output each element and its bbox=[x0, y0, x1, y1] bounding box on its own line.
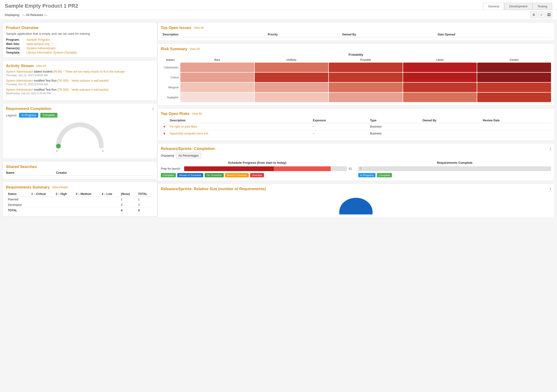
field-value-website[interactable]: www.tempuri.org bbox=[26, 42, 49, 46]
field-value-template[interactable]: Library Information System (Sample) bbox=[26, 51, 77, 54]
field-program: Program: Sample Program bbox=[6, 38, 154, 41]
table-row: TOTAL 4 4 bbox=[6, 208, 154, 213]
schedule-bar-dark-1 bbox=[184, 166, 274, 171]
releases-completion-card: Releases/Sprints: Completion ℹ Displayin… bbox=[157, 143, 555, 181]
left-col: Product Overview Sample application that… bbox=[2, 22, 157, 218]
table-row: ▼ Spaceship computer turns evil – Busine… bbox=[161, 130, 551, 137]
badge-overdue: Overdue bbox=[250, 173, 264, 177]
product-fields: Program: Sample Program Web Site: www.te… bbox=[6, 38, 154, 54]
risk-cell-neg-likely bbox=[403, 93, 477, 102]
issues-view-all-link[interactable]: View All bbox=[194, 26, 204, 30]
field-label-owners: Owner(s): bbox=[6, 46, 25, 50]
activity-stream-card: Activity Stream View All System Administ… bbox=[2, 60, 157, 101]
add-icon-btn[interactable]: + bbox=[538, 11, 545, 18]
col-status: Status bbox=[6, 191, 29, 197]
tab-testing[interactable]: Testing bbox=[532, 3, 552, 10]
risk-view-all-link[interactable]: View All bbox=[190, 47, 200, 51]
activity-user-3[interactable]: System Administrator bbox=[6, 88, 33, 91]
shared-searches-title: Shared Searches bbox=[6, 165, 154, 169]
schedule-legend-badges: Complete Ahead of Schedule On Schedule B… bbox=[161, 173, 353, 177]
col-high: 2 – High bbox=[54, 191, 74, 197]
risk-desc-2: Spaceship computer turns evil bbox=[168, 130, 311, 137]
rel-size-info-icon[interactable]: ℹ bbox=[550, 187, 551, 191]
activity-line-2: System Administrator modified Test Run [… bbox=[6, 79, 154, 82]
risk-cell-marg-likely bbox=[403, 83, 477, 92]
view-details-link[interactable]: View Details bbox=[52, 186, 68, 189]
in-progress-badge: In Progress bbox=[19, 113, 38, 118]
table-row: ▼ Fly right on past Mars – Business bbox=[161, 123, 551, 130]
schedule-label-1: Prep for launch bbox=[161, 167, 182, 170]
activity-view-all-link[interactable]: View All bbox=[36, 64, 46, 68]
risks-col-type: Type bbox=[368, 118, 420, 123]
displaying-row: Displaying: --- All Releases --- bbox=[5, 13, 47, 17]
rel-size-chart bbox=[161, 193, 551, 215]
schedule-val-1: 81 bbox=[349, 167, 353, 170]
product-title: Product Overview bbox=[6, 26, 154, 30]
risks-col-review: Review Date bbox=[481, 118, 551, 123]
risk-exposure-2: – bbox=[311, 130, 368, 137]
rel-completion-info-icon[interactable]: ℹ bbox=[550, 147, 551, 151]
req-completion-info-icon[interactable]: ℹ bbox=[153, 107, 154, 111]
gauge-container: 0 4 bbox=[6, 120, 154, 155]
field-value-program[interactable]: Sample Program bbox=[26, 38, 50, 41]
risk-type-2: Business bbox=[368, 130, 420, 137]
risk-cell-crit-rare bbox=[180, 72, 254, 82]
risk-cell-crit-likely bbox=[403, 72, 477, 82]
gauge-svg bbox=[56, 122, 104, 149]
shared-searches-header: Name Creator bbox=[6, 171, 154, 176]
row-developed-status: Developed bbox=[6, 202, 29, 208]
rel-completion-title-row: Releases/Sprints: Completion ℹ bbox=[161, 147, 551, 151]
risk-cell-cat-possible bbox=[329, 63, 403, 72]
risk-matrix-container: Probability Impact Rare Unlikely Possibl… bbox=[161, 53, 551, 102]
risk-row-catastrophic: Catastrophic bbox=[161, 63, 180, 72]
activity-user-1[interactable]: System Administrator bbox=[6, 70, 33, 73]
schedule-col: Schedule Progress (from start to today) … bbox=[161, 161, 353, 177]
risk-prob-label: Probability bbox=[161, 53, 551, 56]
activity-link-2[interactable]: [TR:300] – Verify suitcase is well packe… bbox=[57, 79, 109, 82]
activity-time-3: Wednesday, July 20, 2022 5:29:46 PM bbox=[6, 92, 154, 95]
req-completion-title-row: Requirement Completion ℹ bbox=[6, 107, 154, 111]
risk-row-negligible: Negligible bbox=[161, 93, 180, 102]
rel-size-title: Releases/Sprints: Relative Size (number … bbox=[161, 187, 266, 191]
as-percentages-btn[interactable]: As Percentages bbox=[176, 153, 201, 159]
activity-link-1[interactable]: [IN:68] – There are too many snacks to f… bbox=[53, 70, 125, 73]
schedule-bar-red-1 bbox=[274, 166, 331, 171]
settings-icon-btn[interactable]: ⚙ bbox=[530, 11, 537, 18]
req-legend-badges: In Progress Complete bbox=[358, 173, 551, 177]
title-area: Sample Empty Product 1 PR2 bbox=[5, 3, 78, 9]
risk-indicator-2: ▼ bbox=[161, 130, 168, 137]
risk-type-1: Business bbox=[368, 123, 420, 130]
activity-item-3: System Administrator modified Test Run [… bbox=[6, 88, 154, 95]
risk-cell-neg-possible bbox=[329, 93, 403, 102]
risk-cell-neg-rare bbox=[180, 93, 254, 102]
rel-completion-title: Releases/Sprints: Completion bbox=[161, 147, 215, 151]
risk-cell-neg-unlikely bbox=[255, 93, 328, 102]
req-complete-col-title: Requirements Complete bbox=[358, 161, 551, 164]
image-icon-btn[interactable]: 🖼 bbox=[546, 11, 552, 18]
tab-development[interactable]: Development bbox=[504, 3, 532, 10]
activity-link-3[interactable]: [TR:300] – Verify suitcase is well packe… bbox=[57, 88, 109, 91]
activity-item-1: System Administrator added Incident [IN:… bbox=[6, 70, 154, 77]
activity-line-3: System Administrator modified Test Run [… bbox=[6, 88, 154, 91]
field-label-template: Template: bbox=[6, 51, 25, 54]
risk-title: Risk Summary bbox=[161, 47, 187, 51]
risks-view-all-link[interactable]: View All bbox=[192, 112, 202, 115]
issues-col-date: Date Opened bbox=[436, 32, 551, 37]
col-low: 4 – Low bbox=[100, 191, 119, 197]
col-medium: 3 – Medium bbox=[74, 191, 100, 197]
col-header-creator: Creator bbox=[56, 171, 67, 175]
field-value-owners[interactable]: System Administrator bbox=[26, 46, 56, 50]
col-header-name: Name bbox=[6, 171, 54, 175]
product-desc: Sample application that is empty and can… bbox=[6, 32, 154, 35]
risk-row-marginal: Marginal bbox=[161, 83, 180, 92]
badge-complete-req: Complete bbox=[377, 173, 392, 177]
requirement-completion-card: Requirement Completion ℹ Legend: In Prog… bbox=[2, 103, 157, 159]
issues-col-priority: Priority bbox=[266, 32, 340, 37]
risk-cell-marg-possible bbox=[329, 83, 403, 92]
tab-general[interactable]: General bbox=[483, 3, 504, 10]
req-complete-col: Requirements Complete 0 In Progress Comp… bbox=[358, 161, 551, 177]
risk-indicator-1: ▼ bbox=[161, 123, 168, 130]
activity-user-2[interactable]: System Administrator bbox=[6, 79, 33, 82]
row-total-status: TOTAL bbox=[6, 208, 29, 213]
issues-title-row: Top Open Issues View All bbox=[161, 26, 551, 30]
